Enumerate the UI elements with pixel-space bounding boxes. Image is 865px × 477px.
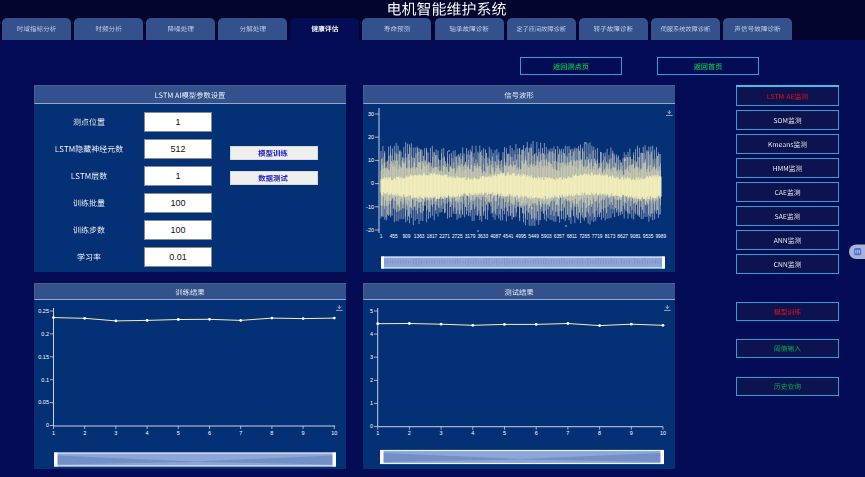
svg-text:0: 0 xyxy=(46,422,49,428)
svg-text:7719: 7719 xyxy=(592,234,603,239)
svg-text:10: 10 xyxy=(660,430,666,436)
svg-text:20: 20 xyxy=(368,134,374,140)
svg-text:2: 2 xyxy=(370,377,373,383)
svg-text:1: 1 xyxy=(380,234,383,239)
svg-text:0: 0 xyxy=(371,180,374,186)
svg-text:6357: 6357 xyxy=(554,234,565,239)
svg-text:7: 7 xyxy=(239,430,242,436)
svg-text:5903: 5903 xyxy=(541,234,552,239)
svg-text:1: 1 xyxy=(376,430,379,436)
svg-text:9535: 9535 xyxy=(643,234,654,239)
svg-text:5: 5 xyxy=(177,430,180,436)
svg-text:2: 2 xyxy=(408,430,411,436)
svg-text:455: 455 xyxy=(390,234,398,239)
svg-text:5449: 5449 xyxy=(528,234,539,239)
svg-text:10: 10 xyxy=(368,157,374,163)
svg-text:3: 3 xyxy=(114,430,117,436)
svg-text:1817: 1817 xyxy=(427,234,438,239)
svg-text:2271: 2271 xyxy=(439,234,450,239)
svg-text:8: 8 xyxy=(270,430,273,436)
svg-text:4995: 4995 xyxy=(516,234,527,239)
svg-text:0.05: 0.05 xyxy=(38,399,49,405)
svg-text:0.2: 0.2 xyxy=(41,331,49,337)
svg-text:0.25: 0.25 xyxy=(38,308,49,314)
svg-text:8627: 8627 xyxy=(617,234,628,239)
svg-text:2: 2 xyxy=(83,430,86,436)
svg-text:0: 0 xyxy=(370,423,373,429)
svg-text:30: 30 xyxy=(368,111,374,117)
svg-text:9081: 9081 xyxy=(630,234,641,239)
svg-text:1: 1 xyxy=(370,400,373,406)
svg-text:4: 4 xyxy=(146,430,149,436)
svg-text:9989: 9989 xyxy=(655,234,666,239)
svg-text:10: 10 xyxy=(331,430,337,436)
svg-text:3: 3 xyxy=(370,354,373,360)
svg-text:909: 909 xyxy=(402,234,410,239)
svg-text:3: 3 xyxy=(440,430,443,436)
svg-text:2725: 2725 xyxy=(452,234,463,239)
svg-text:-20: -20 xyxy=(366,227,374,233)
svg-text:8: 8 xyxy=(598,430,601,436)
svg-text:4087: 4087 xyxy=(490,234,501,239)
svg-text:3179: 3179 xyxy=(465,234,476,239)
svg-text:9: 9 xyxy=(630,430,633,436)
svg-text:6: 6 xyxy=(535,430,538,436)
svg-text:8173: 8173 xyxy=(605,234,616,239)
svg-text:3633: 3633 xyxy=(477,234,488,239)
svg-text:0.15: 0.15 xyxy=(38,354,49,360)
svg-text:5: 5 xyxy=(503,430,506,436)
svg-text:7265: 7265 xyxy=(579,234,590,239)
svg-text:5: 5 xyxy=(370,308,373,314)
svg-text:0.1: 0.1 xyxy=(41,377,49,383)
svg-text:4: 4 xyxy=(370,331,373,337)
svg-text:7: 7 xyxy=(566,430,569,436)
svg-text:4541: 4541 xyxy=(503,234,514,239)
svg-text:4: 4 xyxy=(471,430,474,436)
svg-text:1: 1 xyxy=(52,430,55,436)
svg-text:9: 9 xyxy=(302,430,305,436)
svg-text:1363: 1363 xyxy=(414,234,425,239)
svg-text:6: 6 xyxy=(208,430,211,436)
svg-text:6811: 6811 xyxy=(567,234,578,239)
svg-text:-10: -10 xyxy=(366,204,374,210)
